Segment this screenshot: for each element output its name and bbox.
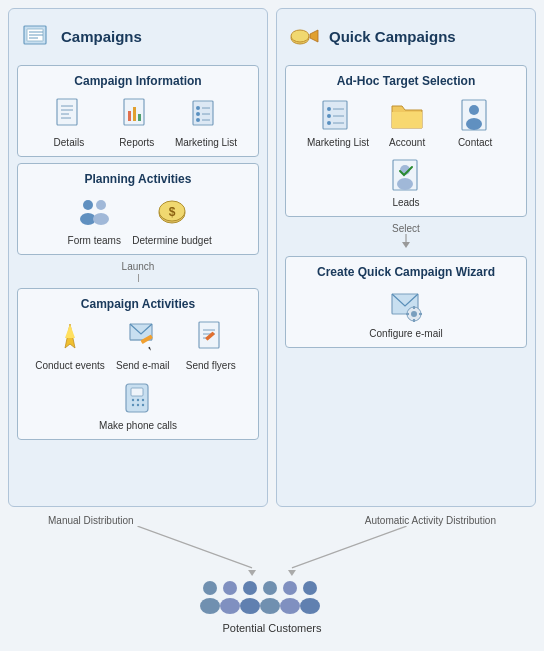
create-wizard-title: Create Quick Campaign Wizard xyxy=(294,265,518,279)
svg-point-51 xyxy=(327,107,331,111)
form-teams-item: Form teams xyxy=(64,194,124,246)
send-flyers-label: Send flyers xyxy=(186,360,236,371)
adhoc-leads-label: Leads xyxy=(392,197,419,208)
quick-campaigns-title: Quick Campaigns xyxy=(329,28,456,45)
adhoc-target-box: Ad-Hoc Target Selection xyxy=(285,65,527,217)
svg-rect-71 xyxy=(419,313,422,315)
svg-point-24 xyxy=(93,213,109,225)
svg-point-82 xyxy=(263,581,277,595)
customers-area: Potential Customers xyxy=(192,576,352,634)
svg-rect-70 xyxy=(406,313,409,315)
svg-marker-49 xyxy=(310,30,318,42)
top-section: Campaigns Campaign Information xyxy=(8,8,536,507)
svg-point-67 xyxy=(411,311,417,317)
svg-rect-40 xyxy=(131,388,143,396)
svg-point-44 xyxy=(132,404,134,406)
determine-budget-icon: $ xyxy=(153,194,191,232)
planning-activities-box: Planning Activities xyxy=(17,163,259,255)
quick-campaigns-icon xyxy=(285,17,323,55)
determine-budget-label: Determine budget xyxy=(132,235,212,246)
adhoc-contact-icon xyxy=(456,96,494,134)
svg-point-19 xyxy=(196,118,200,122)
adhoc-contact-label: Contact xyxy=(458,137,492,148)
details-item: Details xyxy=(39,96,99,148)
svg-line-72 xyxy=(138,526,253,568)
manual-distribution-label: Manual Distribution xyxy=(48,515,134,526)
planning-icons: Form teams $ Determine budget xyxy=(26,194,250,246)
wizard-icons: Configure e-mail xyxy=(294,287,518,339)
svg-point-81 xyxy=(240,598,260,614)
svg-point-58 xyxy=(469,105,479,115)
adhoc-mktlist-item: Marketing List xyxy=(307,96,369,148)
main-container: Campaigns Campaign Information xyxy=(0,0,544,651)
svg-marker-73 xyxy=(248,570,256,576)
svg-rect-14 xyxy=(193,101,213,125)
svg-point-77 xyxy=(200,598,220,614)
left-column: Campaigns Campaign Information xyxy=(8,8,268,507)
campaigns-header: Campaigns xyxy=(17,17,259,59)
configure-email-label: Configure e-mail xyxy=(369,328,442,339)
planning-title: Planning Activities xyxy=(26,172,250,186)
send-email-item: Send e-mail xyxy=(113,319,173,371)
svg-rect-5 xyxy=(57,99,77,125)
svg-text:$: $ xyxy=(169,205,176,219)
svg-point-80 xyxy=(243,581,257,595)
campaign-activities-box: Campaign Activities Conduct events xyxy=(17,288,259,440)
svg-rect-11 xyxy=(128,111,131,121)
reports-label: Reports xyxy=(119,137,154,148)
svg-point-17 xyxy=(196,112,200,116)
details-label: Details xyxy=(54,137,85,148)
customers-icons xyxy=(192,576,352,620)
customers-group-icon xyxy=(192,576,352,620)
svg-point-86 xyxy=(303,581,317,595)
adhoc-mktlist-icon xyxy=(319,96,357,134)
svg-rect-50 xyxy=(323,101,347,129)
svg-point-48 xyxy=(291,30,309,42)
svg-point-84 xyxy=(283,581,297,595)
adhoc-account-label: Account xyxy=(389,137,425,148)
conduct-events-label: Conduct events xyxy=(35,360,105,371)
launch-label: Launch xyxy=(17,261,259,282)
svg-point-42 xyxy=(137,399,139,401)
adhoc-account-item: Account xyxy=(377,96,437,148)
svg-rect-69 xyxy=(413,319,415,322)
svg-marker-33 xyxy=(148,347,152,351)
svg-point-55 xyxy=(327,121,331,125)
campaign-info-icons: Details Reports xyxy=(26,96,250,148)
make-phone-calls-icon xyxy=(119,379,157,417)
svg-marker-29 xyxy=(65,324,75,338)
send-flyers-item: Send flyers xyxy=(181,319,241,371)
conduct-events-item: Conduct events xyxy=(35,319,105,371)
svg-line-74 xyxy=(292,526,407,568)
svg-point-53 xyxy=(327,114,331,118)
make-phone-calls-item: Make phone calls xyxy=(99,379,177,431)
svg-point-15 xyxy=(196,106,200,110)
svg-point-21 xyxy=(83,200,93,210)
form-teams-label: Form teams xyxy=(68,235,121,246)
configure-email-item: Configure e-mail xyxy=(369,287,442,339)
svg-point-76 xyxy=(203,581,217,595)
svg-marker-64 xyxy=(402,242,410,248)
auto-distribution-label: Automatic Activity Distribution xyxy=(365,515,496,526)
right-column: Quick Campaigns Ad-Hoc Target Selection xyxy=(276,8,536,507)
configure-email-icon xyxy=(387,287,425,325)
svg-rect-68 xyxy=(413,306,415,309)
campaigns-icon xyxy=(17,17,55,55)
marketing-list-item: Marketing List xyxy=(175,96,237,148)
form-teams-icon xyxy=(75,194,113,232)
svg-point-41 xyxy=(132,399,134,401)
campaigns-title: Campaigns xyxy=(61,28,142,45)
adhoc-icons: Marketing List Account xyxy=(294,96,518,208)
distribution-arrows xyxy=(8,526,536,576)
campaign-activities-icons: Conduct events xyxy=(26,319,250,431)
svg-point-83 xyxy=(260,598,280,614)
send-flyers-icon xyxy=(192,319,230,357)
select-label: Select xyxy=(285,223,527,250)
determine-budget-item: $ Determine budget xyxy=(132,194,212,246)
quick-campaigns-header: Quick Campaigns xyxy=(285,17,527,59)
svg-point-85 xyxy=(280,598,300,614)
adhoc-leads-item: Leads xyxy=(376,156,436,208)
svg-point-45 xyxy=(137,404,139,406)
campaign-activities-title: Campaign Activities xyxy=(26,297,250,311)
reports-item: Reports xyxy=(107,96,167,148)
